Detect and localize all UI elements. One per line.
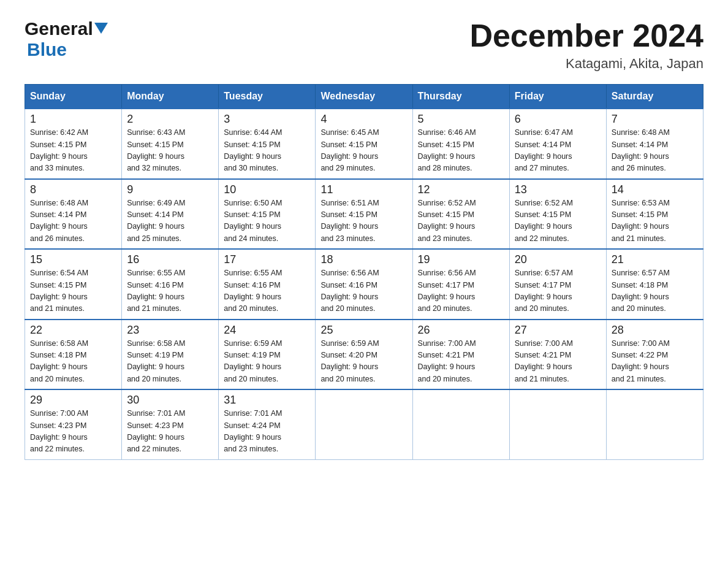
day-number: 13 [515, 183, 601, 196]
day-info: Sunrise: 6:55 AMSunset: 4:16 PMDaylight:… [127, 267, 213, 315]
weekday-header-tuesday: Tuesday [219, 85, 316, 109]
calendar-week-row: 22Sunrise: 6:58 AMSunset: 4:18 PMDayligh… [25, 320, 703, 390]
calendar-cell: 17Sunrise: 6:55 AMSunset: 4:16 PMDayligh… [219, 249, 316, 320]
day-number: 21 [612, 253, 698, 266]
day-number: 30 [127, 394, 213, 407]
day-info: Sunrise: 6:51 AMSunset: 4:15 PMDaylight:… [320, 197, 407, 245]
day-number: 29 [30, 394, 116, 407]
day-info: Sunrise: 6:45 AMSunset: 4:15 PMDaylight:… [320, 127, 407, 175]
title-block: December 2024 Katagami, Akita, Japan [469, 18, 703, 72]
day-number: 7 [612, 113, 698, 126]
svg-marker-0 [94, 23, 108, 34]
day-number: 14 [612, 183, 698, 196]
calendar-cell: 29Sunrise: 7:00 AMSunset: 4:23 PMDayligh… [25, 389, 122, 459]
day-number: 27 [515, 324, 601, 337]
day-number: 8 [30, 183, 116, 196]
calendar-cell: 1Sunrise: 6:42 AMSunset: 4:15 PMDaylight… [25, 109, 122, 179]
calendar-cell: 13Sunrise: 6:52 AMSunset: 4:15 PMDayligh… [509, 179, 606, 250]
calendar-cell: 3Sunrise: 6:44 AMSunset: 4:15 PMDaylight… [219, 109, 316, 179]
calendar-cell: 20Sunrise: 6:57 AMSunset: 4:17 PMDayligh… [509, 249, 606, 320]
day-number: 11 [320, 183, 407, 196]
day-number: 25 [320, 324, 407, 337]
day-info: Sunrise: 6:57 AMSunset: 4:17 PMDaylight:… [515, 267, 601, 315]
day-info: Sunrise: 6:44 AMSunset: 4:15 PMDaylight:… [224, 127, 310, 175]
calendar-cell: 25Sunrise: 6:59 AMSunset: 4:20 PMDayligh… [316, 320, 412, 390]
day-info: Sunrise: 6:53 AMSunset: 4:15 PMDaylight:… [612, 197, 698, 245]
day-info: Sunrise: 6:56 AMSunset: 4:17 PMDaylight:… [418, 267, 504, 315]
day-number: 17 [224, 253, 310, 266]
calendar-cell: 26Sunrise: 7:00 AMSunset: 4:21 PMDayligh… [412, 320, 509, 390]
day-info: Sunrise: 7:00 AMSunset: 4:21 PMDaylight:… [418, 338, 504, 386]
day-number: 10 [224, 183, 310, 196]
logo-general-text: General [25, 18, 93, 39]
day-info: Sunrise: 6:58 AMSunset: 4:18 PMDaylight:… [30, 338, 116, 386]
day-info: Sunrise: 7:01 AMSunset: 4:24 PMDaylight:… [224, 408, 310, 456]
day-info: Sunrise: 6:50 AMSunset: 4:15 PMDaylight:… [224, 197, 310, 245]
calendar-cell: 6Sunrise: 6:47 AMSunset: 4:14 PMDaylight… [509, 109, 606, 179]
calendar-cell: 24Sunrise: 6:59 AMSunset: 4:19 PMDayligh… [219, 320, 316, 390]
day-info: Sunrise: 6:52 AMSunset: 4:15 PMDaylight:… [515, 197, 601, 245]
weekday-header-friday: Friday [509, 85, 606, 109]
day-number: 23 [127, 324, 213, 337]
calendar-cell [509, 389, 606, 459]
calendar-cell: 9Sunrise: 6:49 AMSunset: 4:14 PMDaylight… [122, 179, 219, 250]
day-number: 5 [418, 113, 504, 126]
calendar-cell: 7Sunrise: 6:48 AMSunset: 4:14 PMDaylight… [606, 109, 703, 179]
day-info: Sunrise: 6:52 AMSunset: 4:15 PMDaylight:… [418, 197, 504, 245]
calendar-week-row: 29Sunrise: 7:00 AMSunset: 4:23 PMDayligh… [25, 389, 703, 459]
day-number: 19 [418, 253, 504, 266]
calendar-header: SundayMondayTuesdayWednesdayThursdayFrid… [25, 85, 703, 109]
calendar-cell: 2Sunrise: 6:43 AMSunset: 4:15 PMDaylight… [122, 109, 219, 179]
calendar-cell: 31Sunrise: 7:01 AMSunset: 4:24 PMDayligh… [219, 389, 316, 459]
day-number: 22 [30, 324, 116, 337]
calendar-cell: 19Sunrise: 6:56 AMSunset: 4:17 PMDayligh… [412, 249, 509, 320]
day-number: 20 [515, 253, 601, 266]
calendar-cell [316, 389, 412, 459]
day-number: 9 [127, 183, 213, 196]
page-header: General Blue December 2024 Katagami, Aki… [25, 18, 703, 72]
calendar-cell: 11Sunrise: 6:51 AMSunset: 4:15 PMDayligh… [316, 179, 412, 250]
calendar-body: 1Sunrise: 6:42 AMSunset: 4:15 PMDaylight… [25, 109, 703, 459]
calendar-cell: 18Sunrise: 6:56 AMSunset: 4:16 PMDayligh… [316, 249, 412, 320]
day-info: Sunrise: 6:48 AMSunset: 4:14 PMDaylight:… [30, 197, 116, 245]
calendar-cell: 8Sunrise: 6:48 AMSunset: 4:14 PMDaylight… [25, 179, 122, 250]
day-info: Sunrise: 6:46 AMSunset: 4:15 PMDaylight:… [418, 127, 504, 175]
weekday-header-thursday: Thursday [412, 85, 509, 109]
day-number: 18 [320, 253, 407, 266]
day-info: Sunrise: 6:58 AMSunset: 4:19 PMDaylight:… [127, 338, 213, 386]
day-number: 28 [612, 324, 698, 337]
day-number: 2 [127, 113, 213, 126]
day-info: Sunrise: 6:55 AMSunset: 4:16 PMDaylight:… [224, 267, 310, 315]
day-number: 15 [30, 253, 116, 266]
day-number: 1 [30, 113, 116, 126]
day-info: Sunrise: 6:59 AMSunset: 4:20 PMDaylight:… [320, 338, 407, 386]
calendar-cell: 27Sunrise: 7:00 AMSunset: 4:21 PMDayligh… [509, 320, 606, 390]
calendar-cell: 21Sunrise: 6:57 AMSunset: 4:18 PMDayligh… [606, 249, 703, 320]
calendar-cell: 15Sunrise: 6:54 AMSunset: 4:15 PMDayligh… [25, 249, 122, 320]
weekday-header-sunday: Sunday [25, 85, 122, 109]
calendar-week-row: 1Sunrise: 6:42 AMSunset: 4:15 PMDaylight… [25, 109, 703, 179]
day-info: Sunrise: 6:54 AMSunset: 4:15 PMDaylight:… [30, 267, 116, 315]
weekday-header-saturday: Saturday [606, 85, 703, 109]
day-info: Sunrise: 6:42 AMSunset: 4:15 PMDaylight:… [30, 127, 116, 175]
day-info: Sunrise: 6:48 AMSunset: 4:14 PMDaylight:… [612, 127, 698, 175]
day-info: Sunrise: 6:49 AMSunset: 4:14 PMDaylight:… [127, 197, 213, 245]
calendar-cell [606, 389, 703, 459]
day-number: 26 [418, 324, 504, 337]
calendar-cell: 22Sunrise: 6:58 AMSunset: 4:18 PMDayligh… [25, 320, 122, 390]
calendar-cell: 10Sunrise: 6:50 AMSunset: 4:15 PMDayligh… [219, 179, 316, 250]
weekday-header-monday: Monday [122, 85, 219, 109]
weekday-header-wednesday: Wednesday [316, 85, 412, 109]
day-info: Sunrise: 7:00 AMSunset: 4:21 PMDaylight:… [515, 338, 601, 386]
calendar-cell: 14Sunrise: 6:53 AMSunset: 4:15 PMDayligh… [606, 179, 703, 250]
day-number: 3 [224, 113, 310, 126]
calendar-cell: 30Sunrise: 7:01 AMSunset: 4:23 PMDayligh… [122, 389, 219, 459]
logo-blue-text: Blue [27, 39, 67, 59]
calendar-cell: 12Sunrise: 6:52 AMSunset: 4:15 PMDayligh… [412, 179, 509, 250]
day-info: Sunrise: 7:00 AMSunset: 4:23 PMDaylight:… [30, 408, 116, 456]
calendar-cell: 5Sunrise: 6:46 AMSunset: 4:15 PMDaylight… [412, 109, 509, 179]
calendar-cell: 16Sunrise: 6:55 AMSunset: 4:16 PMDayligh… [122, 249, 219, 320]
location-text: Katagami, Akita, Japan [469, 56, 703, 72]
calendar-cell [412, 389, 509, 459]
day-number: 16 [127, 253, 213, 266]
